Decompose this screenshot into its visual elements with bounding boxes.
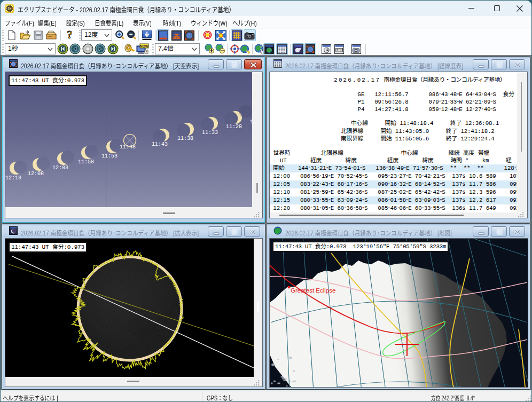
svg-text:?: ? (67, 29, 73, 41)
svg-text:EN: EN (8, 7, 12, 10)
svg-text:10: 10 (247, 34, 249, 36)
svg-text:13:11: 13:11 (335, 49, 343, 52)
svg-text:Greatest Eclipse: Greatest Eclipse (291, 287, 335, 294)
svg-text:NOW: NOW (140, 44, 149, 48)
